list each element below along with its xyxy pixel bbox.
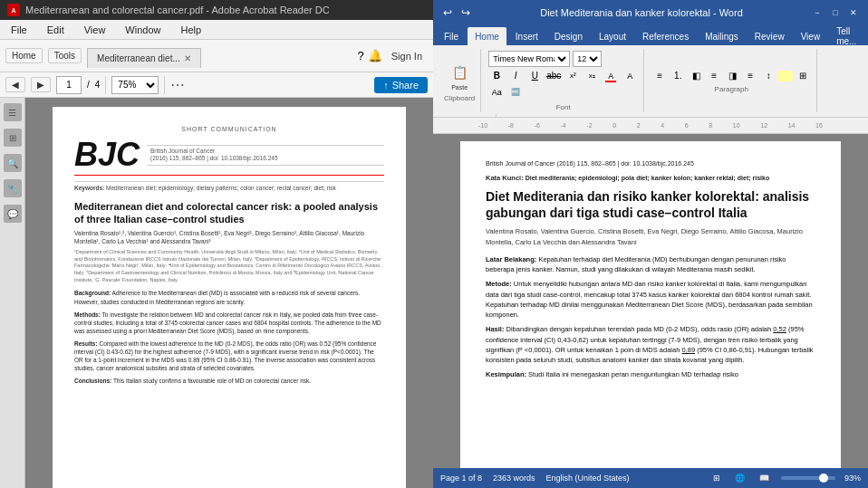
word-tab-design[interactable]: Design	[547, 27, 590, 45]
pdf-bg-text: Adherence to the Mediterranean diet (MD)…	[74, 290, 360, 304]
ribbon-font-top: Times New Roman 12 10 11 14 B I U abc x²	[488, 51, 638, 101]
ribbon-clipboard-group: 📋 Paste Clipboard	[439, 49, 481, 112]
pdf-zoom-select[interactable]: 75% 100% 125% 150%	[111, 76, 159, 94]
word-word-count: 2363 words	[493, 474, 535, 483]
or-value: 0,52	[773, 325, 786, 333]
word-kesimpulan: Kesimpulan: Studi Italia ini menegaskan …	[486, 369, 815, 379]
font-size-select[interactable]: 12 10 11 14	[573, 51, 602, 67]
word-shading-btn[interactable]	[778, 71, 793, 81]
word-view-web-btn[interactable]: 🌐	[732, 473, 747, 483]
pdf-menu-bar: File Edit View Window Help	[0, 20, 433, 40]
pdf-tab[interactable]: Mediterranean diet... ✕	[87, 48, 201, 68]
pdf-results-label: Results:	[74, 340, 98, 347]
word-view-read-btn[interactable]: 📖	[757, 473, 772, 483]
pdf-page-total: 4	[95, 80, 101, 90]
word-tab-file[interactable]: File	[437, 27, 466, 45]
pdf-keywords: Keywords: Mediterranean diet; epidemiolo…	[74, 181, 384, 192]
pdf-tab-close[interactable]: ✕	[184, 53, 191, 63]
word-italic-btn[interactable]: I	[507, 69, 524, 83]
pdf-nav-prev[interactable]: ◀	[5, 77, 25, 92]
word-close-btn[interactable]: ✕	[846, 5, 861, 20]
word-clear-format-btn[interactable]: Aa	[488, 85, 505, 100]
pdf-menu-file[interactable]: File	[7, 23, 31, 37]
metode-label: Metode:	[486, 280, 512, 288]
pdf-sidebar-thumbnails[interactable]: ⊞	[4, 129, 22, 147]
pdf-tools-btn[interactable]: Tools	[48, 48, 82, 63]
pdf-bjc-cite: (2016) 115, 862–865 | doi: 10.1038/bjc.2…	[150, 155, 277, 161]
word-font-dialog-btn[interactable]: 🔤	[507, 85, 524, 100]
word-tab-view[interactable]: View	[794, 27, 828, 45]
word-zoom-slider[interactable]	[781, 476, 835, 480]
kesimpulan-text: Studi Italia ini menegaskan peran mengun…	[528, 370, 738, 378]
word-tab-home[interactable]: Home	[468, 27, 506, 45]
word-tab-insert[interactable]: Insert	[508, 27, 545, 45]
word-redo-btn[interactable]: ↪	[458, 5, 473, 20]
word-zoom-pct: 93%	[844, 474, 861, 483]
pdf-sidebar-bookmarks[interactable]: ☰	[4, 103, 22, 121]
word-borders-btn[interactable]: ⊞	[795, 69, 811, 83]
word-align-center-btn[interactable]: ≡	[706, 69, 722, 83]
word-bold-btn[interactable]: B	[488, 69, 505, 83]
word-superscript-btn[interactable]: x²	[564, 69, 581, 83]
pdf-bjc-logo: BJC British Journal of Cancer (2016) 115…	[74, 139, 384, 176]
ruler-marks: -10 -8 -6 -4 -2 0 2 4 6 8 10 12 14 16	[469, 122, 832, 129]
pdf-keywords-label: Keywords:	[74, 185, 104, 191]
pdf-results: Results: Compared with the lowest adhere…	[74, 340, 384, 372]
word-view-print-btn[interactable]: ⊞	[710, 473, 723, 483]
word-tab-mailings[interactable]: Mailings	[698, 27, 746, 45]
pdf-menu-edit[interactable]: Edit	[43, 23, 68, 37]
pdf-menu-window[interactable]: Window	[121, 23, 164, 37]
metode-text: Untuk menyelidiki hubungan antara MD dan…	[486, 280, 813, 319]
word-doc-title: Diet Mediterania dan risiko kanker kolor…	[486, 188, 815, 221]
pdf-notifications-icon[interactable]: 🔔	[368, 49, 382, 62]
word-tab-tellme[interactable]: Tell me...	[829, 27, 863, 45]
pdf-page-area: SHORT COMMUNICATION BJC British Journal …	[25, 98, 433, 488]
font-name-select[interactable]: Times New Roman	[488, 51, 570, 67]
pdf-doc-authors: Valentina Rosato¹,², Valentina Guercio¹,…	[74, 230, 384, 245]
word-numbering-btn[interactable]: 1.	[670, 69, 686, 83]
font-row-3: Aa 🔤	[488, 85, 638, 100]
pdf-affiliations: ¹Department of Clinical Sciences and Com…	[74, 249, 384, 283]
pdf-page-input[interactable]	[56, 76, 82, 94]
word-kata-kunci: Kata Kunci: Diet mediterania; epidemiolo…	[486, 173, 815, 184]
word-align-right-btn[interactable]: ◨	[724, 69, 740, 83]
pdf-share-btn[interactable]: ↑ Share	[374, 77, 428, 93]
pdf-bjc-journal-text: British Journal of Cancer (2016) 115, 86…	[147, 145, 384, 166]
pdf-sign-in-btn[interactable]: Sign In	[386, 49, 428, 63]
pdf-menu-view[interactable]: View	[81, 23, 110, 37]
word-bullets-btn[interactable]: ≡	[651, 69, 668, 83]
pdf-help-icon[interactable]: ?	[358, 49, 364, 62]
pdf-sidebar-comment[interactable]: 💬	[4, 205, 22, 223]
pdf-more-btn[interactable]: ⋯	[170, 76, 185, 93]
word-justify-btn[interactable]: ≡	[742, 69, 758, 83]
font-group-label: Font	[556, 103, 571, 111]
pdf-methods-text: To investigate the relation between MD a…	[74, 311, 381, 334]
word-doc-area[interactable]: British Journal of Cancer (2016) 115, 86…	[433, 134, 868, 468]
word-tab-layout[interactable]: Layout	[592, 27, 633, 45]
word-font-color-btn[interactable]: A	[603, 69, 619, 83]
word-minimize-btn[interactable]: −	[810, 5, 825, 20]
word-line-spacing-btn[interactable]: ↕	[760, 69, 776, 83]
word-undo-btn[interactable]: ↩	[440, 5, 455, 20]
word-underline-btn[interactable]: U	[526, 69, 543, 83]
word-paste-btn[interactable]: 📋 Paste	[445, 60, 474, 92]
pdf-conc-label: Conclusions:	[74, 378, 111, 384]
pdf-page-sep: /	[87, 80, 90, 90]
word-align-left-btn[interactable]: ◧	[688, 69, 704, 83]
pdf-menu-help[interactable]: Help	[177, 23, 205, 37]
word-subscript-btn[interactable]: x₂	[583, 69, 600, 83]
word-tab-references[interactable]: References	[635, 27, 696, 45]
pdf-home-btn[interactable]: Home	[5, 48, 43, 63]
word-highlight-btn[interactable]: A	[622, 69, 638, 83]
pdf-sidebar-tools2[interactable]: 🔧	[4, 179, 22, 197]
font-row-2: B I U abc x² x₂ A A	[488, 69, 638, 83]
pdf-sidebar-search[interactable]: 🔍	[4, 154, 22, 172]
word-strikethrough-btn[interactable]: abc	[545, 69, 562, 83]
word-tab-review[interactable]: Review	[747, 27, 792, 45]
word-ribbon-tabs: File Home Insert Design Layout Reference…	[433, 25, 868, 45]
word-page: British Journal of Cancer (2016) 115, 86…	[460, 141, 841, 468]
word-maximize-btn[interactable]: □	[828, 5, 843, 20]
pdf-keywords-text: Mediterranean diet; epidemiology; dietar…	[106, 185, 336, 191]
pdf-methods-label: Methods:	[74, 311, 101, 318]
pdf-nav-next[interactable]: ▶	[31, 77, 51, 92]
